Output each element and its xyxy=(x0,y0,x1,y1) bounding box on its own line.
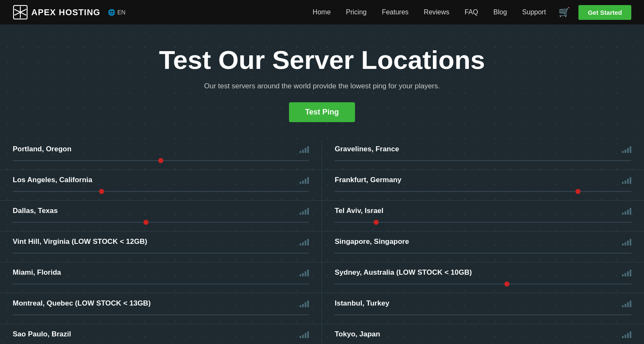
track-line xyxy=(13,191,309,192)
nav-blog[interactable]: Blog xyxy=(493,8,507,16)
main-subtitle: Our test servers around the world provid… xyxy=(0,82,644,90)
track-line xyxy=(335,315,631,315)
track-line xyxy=(13,315,309,315)
ping-track xyxy=(13,310,309,319)
navbar: APEX HOSTING 🌐 EN Home Pricing Features … xyxy=(0,0,644,25)
location-name: Sao Paulo, Brazil xyxy=(13,330,309,339)
language-selector[interactable]: 🌐 EN xyxy=(108,9,125,16)
ping-track xyxy=(335,156,631,165)
ping-dot xyxy=(99,189,104,194)
track-line xyxy=(335,191,631,192)
location-name: Tel Aviv, Israel xyxy=(335,207,631,215)
test-ping-button[interactable]: Test Ping xyxy=(289,102,355,122)
signal-icon xyxy=(300,176,309,184)
signal-icon xyxy=(622,176,631,184)
track-line xyxy=(13,253,309,254)
main-section: Test Our Server Locations Our test serve… xyxy=(0,25,644,344)
main-title: Test Our Server Locations xyxy=(0,46,644,74)
logo-icon xyxy=(13,5,28,20)
track-line xyxy=(335,253,631,254)
track-line xyxy=(335,161,631,161)
ping-track xyxy=(335,310,631,319)
location-item[interactable]: Los Angeles, California xyxy=(0,170,322,201)
ping-dot xyxy=(504,281,509,287)
signal-icon xyxy=(622,269,631,276)
nav-links: Home Pricing Features Reviews FAQ Blog S… xyxy=(313,8,546,16)
location-name: Vint Hill, Virginia (LOW STOCK < 12GB) xyxy=(13,238,309,246)
location-name: Los Angeles, California xyxy=(13,176,309,184)
signal-icon xyxy=(300,145,309,153)
nav-reviews[interactable]: Reviews xyxy=(424,8,449,16)
locations-grid: Portland, Oregon Gravelines, France xyxy=(0,139,644,344)
hero-content: Test Our Server Locations Our test serve… xyxy=(0,25,644,344)
ping-track xyxy=(13,248,309,258)
ping-track xyxy=(13,341,309,344)
location-item[interactable]: Tokyo, Japan xyxy=(322,324,644,344)
ping-track xyxy=(13,218,309,227)
signal-icon xyxy=(622,238,631,246)
signal-icon xyxy=(622,300,631,307)
lang-label: EN xyxy=(117,9,125,16)
location-item[interactable]: Dallas, Texas xyxy=(0,201,322,232)
track-line xyxy=(13,284,309,284)
location-name: Dallas, Texas xyxy=(13,207,309,215)
location-item[interactable]: Singapore, Singapore xyxy=(322,232,644,262)
location-item[interactable]: Sao Paulo, Brazil xyxy=(0,324,322,344)
ping-dot xyxy=(374,220,379,225)
location-name: Istanbul, Turkey xyxy=(335,299,631,308)
ping-track xyxy=(13,279,309,289)
nav-faq[interactable]: FAQ xyxy=(465,8,478,16)
signal-icon xyxy=(300,207,309,215)
location-name: Miami, Florida xyxy=(13,268,309,277)
ping-track xyxy=(335,248,631,258)
location-item[interactable]: Miami, Florida xyxy=(0,262,322,293)
signal-icon xyxy=(300,238,309,246)
signal-icon xyxy=(622,330,631,338)
location-name: Singapore, Singapore xyxy=(335,238,631,246)
location-item[interactable]: Sydney, Australia (LOW STOCK < 10GB) xyxy=(322,262,644,293)
signal-icon xyxy=(622,207,631,215)
nav-support[interactable]: Support xyxy=(522,8,546,16)
signal-icon xyxy=(622,145,631,153)
nav-pricing[interactable]: Pricing xyxy=(346,8,367,16)
ping-track xyxy=(335,279,631,289)
logo-text: APEX HOSTING xyxy=(31,8,100,17)
signal-icon xyxy=(300,269,309,276)
location-item[interactable]: Istanbul, Turkey xyxy=(322,293,644,324)
location-name: Sydney, Australia (LOW STOCK < 10GB) xyxy=(335,268,631,277)
nav-features[interactable]: Features xyxy=(382,8,408,16)
location-name: Montreal, Quebec (LOW STOCK < 13GB) xyxy=(13,299,309,308)
location-name: Portland, Oregon xyxy=(13,145,309,153)
logo[interactable]: APEX HOSTING xyxy=(13,5,100,20)
ping-track xyxy=(13,156,309,165)
ping-track xyxy=(335,187,631,196)
signal-icon xyxy=(300,330,309,338)
ping-dot xyxy=(158,158,163,163)
location-item[interactable]: Gravelines, France xyxy=(322,139,644,170)
location-item[interactable]: Tel Aviv, Israel xyxy=(322,201,644,232)
ping-dot xyxy=(143,220,149,225)
location-item[interactable]: Portland, Oregon xyxy=(0,139,322,170)
ping-dot xyxy=(575,189,581,194)
track-line xyxy=(335,222,631,223)
signal-icon xyxy=(300,300,309,307)
ping-track xyxy=(335,341,631,344)
location-name: Frankfurt, Germany xyxy=(335,176,631,184)
globe-icon: 🌐 xyxy=(108,9,115,16)
nav-home[interactable]: Home xyxy=(313,8,331,16)
location-name: Tokyo, Japan xyxy=(335,330,631,339)
location-name: Gravelines, France xyxy=(335,145,631,153)
cart-icon[interactable]: 🛒 xyxy=(559,7,570,18)
location-item[interactable]: Frankfurt, Germany xyxy=(322,170,644,201)
location-item[interactable]: Montreal, Quebec (LOW STOCK < 13GB) xyxy=(0,293,322,324)
ping-track xyxy=(335,218,631,227)
track-line xyxy=(335,284,631,284)
get-started-button[interactable]: Get Started xyxy=(578,5,631,20)
track-line xyxy=(13,222,309,223)
location-item[interactable]: Vint Hill, Virginia (LOW STOCK < 12GB) xyxy=(0,232,322,262)
ping-track xyxy=(13,187,309,196)
